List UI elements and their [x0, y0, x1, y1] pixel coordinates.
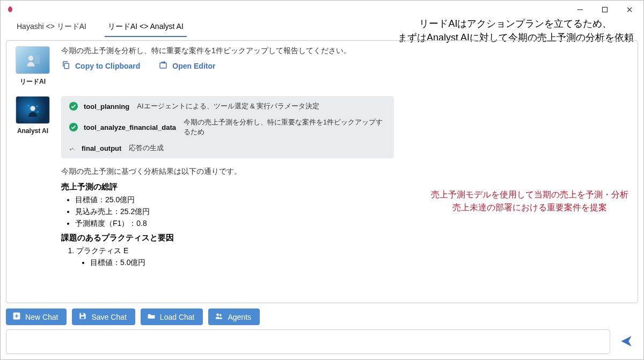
load-chat-button[interactable]: Load Chat — [141, 308, 203, 325]
copy-button[interactable]: Copy to Clipboard — [61, 60, 140, 71]
copy-label: Copy to Clipboard — [75, 62, 140, 70]
open-editor-icon — [158, 60, 168, 71]
step-name: tool_analyze_financial_data — [84, 123, 176, 131]
svg-point-11 — [37, 111, 39, 113]
step-name: tool_planning — [84, 102, 129, 111]
load-icon — [147, 312, 156, 322]
list-item: 予測精度（F1）：0.8 — [75, 219, 630, 229]
svg-point-8 — [30, 106, 35, 111]
svg-point-15 — [72, 148, 73, 149]
button-label: Agents — [228, 313, 251, 321]
svg-point-4 — [28, 56, 33, 61]
chat-transcript[interactable]: リードAI 今期の売上予測を分析し、特に重要な案件を1件ピックアップして報告して… — [6, 40, 638, 303]
step-planning: tool_planning AIエージェントによる、ツール選定 & 実行パラメー… — [69, 101, 386, 111]
svg-point-14 — [70, 149, 71, 150]
button-label: Save Chat — [91, 313, 126, 321]
new-chat-button[interactable]: New Chat — [6, 308, 67, 325]
avatar-analyst-name: Analyst AI — [17, 127, 48, 135]
window-controls — [568, 2, 641, 18]
avatar-lead-name: リードAI — [20, 77, 46, 86]
message-lead: リードAI 今期の売上予測を分析し、特に重要な案件を1件ピックアップして報告して… — [14, 46, 630, 86]
minimize-button[interactable] — [568, 2, 592, 18]
button-label: Load Chat — [160, 313, 195, 321]
annotation-top-line1: リードAIはアクションプランを立てるため、 — [398, 17, 634, 31]
save-chat-button[interactable]: Save Chat — [72, 308, 135, 325]
svg-point-16 — [74, 149, 75, 150]
tab-hayashi-lead[interactable]: Hayashi <> リードAI — [13, 19, 90, 37]
button-label: New Chat — [25, 313, 58, 321]
svg-point-9 — [27, 105, 29, 106]
svg-point-20 — [217, 313, 219, 316]
step-final-output: final_output 応答の生成 — [69, 143, 386, 153]
svg-rect-1 — [603, 8, 608, 12]
step-analyze: tool_analyze_financial_data 今期の売上予測を分析し、… — [69, 117, 386, 137]
send-button[interactable] — [614, 329, 638, 354]
svg-rect-18 — [81, 313, 84, 315]
loading-icon — [69, 144, 76, 152]
svg-point-10 — [36, 105, 38, 107]
avatar-lead — [16, 46, 50, 74]
save-icon — [78, 312, 87, 322]
step-desc: 応答の生成 — [129, 143, 164, 153]
check-icon — [69, 122, 78, 132]
app-window: リードAIはアクションプランを立てるため、 まずはAnalyst AIに対して今… — [0, 0, 644, 360]
app-icon — [6, 5, 14, 14]
svg-rect-5 — [34, 55, 40, 64]
maximize-button[interactable] — [593, 2, 617, 18]
analysis-content: 今期の売上予測に基づく分析結果は以下の通りです。 売上予測の総評 目標値：25.… — [61, 167, 630, 268]
composer-row — [1, 327, 643, 359]
step-desc: AIエージェントによる、ツール選定 & 実行パラメータ決定 — [137, 101, 319, 111]
open-editor-label: Open Editor — [172, 62, 215, 70]
svg-point-21 — [219, 314, 222, 316]
list-item: プラクティス E 目標値：5.0億円 — [76, 246, 630, 268]
message-analyst: Analyst AI tool_planning AIエージェントによる、ツール… — [14, 96, 630, 271]
copy-icon — [61, 60, 71, 71]
list-sub-item: 目標値：5.0億円 — [90, 258, 630, 268]
annotation-right-line1: 売上予測モデルを使用して当期の売上を予測・分析 — [431, 188, 628, 201]
tab-lead-analyst[interactable]: リードAI <> Analyst AI — [105, 19, 187, 37]
bottom-action-bar: New Chat Save Chat Load Chat Agents — [1, 306, 643, 327]
analysis-heading-issues: 課題のあるプラクティスと要因 — [61, 233, 630, 243]
tool-steps-card: tool_planning AIエージェントによる、ツール選定 & 実行パラメー… — [61, 96, 394, 158]
annotation-right: 売上予測モデルを使用して当期の売上を予測・分析 売上未達の部署における重要案件を… — [431, 188, 628, 214]
avatar-analyst — [16, 96, 50, 124]
open-editor-button[interactable]: Open Editor — [158, 60, 215, 71]
step-desc: 今期の売上予測を分析し、特に重要な案件を1件ピックアップするため — [184, 117, 386, 137]
message-input[interactable] — [6, 329, 610, 354]
lead-prompt-text: 今期の売上予測を分析し、特に重要な案件を1件ピックアップして報告してください。 — [61, 46, 630, 56]
practice-name: プラクティス E — [76, 246, 128, 255]
analysis-intro: 今期の売上予測に基づく分析結果は以下の通りです。 — [61, 167, 630, 177]
close-button[interactable] — [618, 2, 641, 18]
send-icon — [619, 334, 633, 350]
svg-rect-19 — [81, 317, 84, 319]
svg-rect-7 — [160, 63, 166, 68]
message-toolbar: Copy to Clipboard Open Editor — [61, 60, 630, 71]
annotation-right-line2: 売上未達の部署における重要案件を提案 — [431, 201, 628, 214]
step-name: final_output — [82, 144, 121, 152]
svg-rect-6 — [64, 63, 69, 69]
check-icon — [69, 101, 78, 111]
titlebar — [1, 1, 643, 19]
agents-icon — [215, 312, 223, 322]
agents-button[interactable]: Agents — [208, 308, 260, 325]
plus-icon — [12, 312, 21, 322]
